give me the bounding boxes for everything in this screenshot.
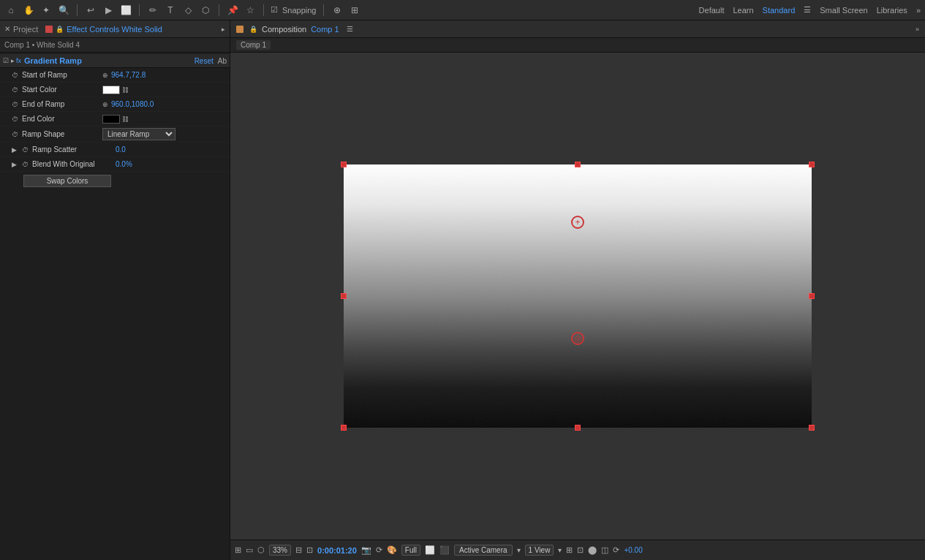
effect-ab-button[interactable]: Ab (218, 57, 227, 65)
workspace-small-screen[interactable]: Small Screen (820, 6, 867, 15)
video-icon[interactable]: ▶ (102, 4, 115, 17)
ramp-scatter-stopwatch-icon[interactable]: ⏱ (22, 146, 32, 154)
ramp-shape-stopwatch-icon[interactable]: ⏱ (12, 131, 22, 138)
preview-tool3[interactable]: ⬤ (588, 545, 597, 555)
top-toolbar: ⌂ ✋ ✦ 🔍 ↩ ▶ ⬜ ✏ T ◇ ⬡ 📌 ☆ ☑ Snapping ⊕ ⊞… (0, 0, 925, 20)
snapping-checkbox[interactable]: ☑ (271, 5, 278, 15)
handle-bottom-mid[interactable] (575, 425, 581, 431)
start-color-swatch[interactable] (102, 86, 120, 94)
ramp-scatter-value[interactable]: 0.0 (116, 145, 126, 154)
end-color-swatch[interactable] (102, 115, 120, 124)
end-ramp-marker[interactable]: ◎ (571, 332, 584, 345)
preview-snap-icon[interactable]: ⊞ (235, 545, 241, 555)
main-layout: ✕ Project 🔒 Effect Controls White Solid … (0, 20, 925, 560)
end-ramp-stopwatch-icon[interactable]: ⏱ (12, 101, 22, 108)
preview-tool1[interactable]: ⊞ (566, 545, 573, 555)
workspace-learn[interactable]: Learn (733, 6, 753, 15)
effect-fx-badge: fx (16, 57, 21, 64)
start-color-chain-icon[interactable]: ⛓ (122, 86, 129, 94)
close-project-icon[interactable]: ✕ (4, 25, 10, 33)
start-of-ramp-value[interactable]: ⊕ 964.7,72.8 (102, 71, 146, 79)
effect-reset-button[interactable]: Reset (195, 57, 214, 65)
hand-icon[interactable]: ✋ (22, 4, 35, 17)
workspace-libraries[interactable]: Libraries (877, 6, 907, 15)
comp-nav-label: Comp 1 (236, 40, 271, 50)
transform-icon[interactable]: ⬜ (119, 4, 132, 17)
effect-controls-label[interactable]: Effect Controls White Solid (67, 25, 162, 34)
end-of-ramp-row: ⏱ End of Ramp ⊕ 960.0,1080.0 (0, 97, 230, 112)
preview-color-icon[interactable]: 🎨 (387, 545, 397, 555)
grid-icon[interactable]: ⊞ (348, 4, 361, 17)
camera-snap-icon[interactable]: 📷 (361, 545, 371, 555)
blend-stopwatch-icon[interactable]: ⏱ (22, 161, 32, 168)
preview-tool2[interactable]: ⊡ (577, 545, 584, 555)
offset-display: +0.00 (624, 546, 642, 554)
start-color-stopwatch-icon[interactable]: ⏱ (12, 86, 22, 94)
shape-icon[interactable]: ◇ (181, 4, 195, 17)
blend-expand-icon[interactable]: ▶ (12, 161, 22, 168)
camera-chevron-icon[interactable]: ▾ (517, 546, 521, 554)
start-ramp-marker[interactable]: + (571, 216, 584, 229)
panel-menu-icon[interactable]: ▸ (222, 26, 225, 33)
effect-name-label: Gradient Ramp (24, 56, 82, 65)
start-ramp-stopwatch-icon[interactable]: ⏱ (12, 72, 22, 79)
blend-label: Blend With Original (32, 160, 113, 168)
handle-top-left[interactable] (341, 162, 347, 167)
move-icon[interactable]: ✦ (39, 4, 53, 17)
home-icon[interactable]: ⌂ (4, 4, 18, 17)
start-ramp-crosshair: ⊕ (102, 72, 108, 79)
sep2 (139, 4, 140, 16)
preview-3d-icon[interactable]: ⬡ (257, 545, 265, 555)
preview-icon2[interactable]: ⬛ (439, 545, 450, 555)
end-color-chain-icon[interactable]: ⛓ (122, 116, 129, 123)
workspace-more-icon[interactable]: » (916, 6, 921, 15)
comp-tab-menu-icon[interactable]: ☰ (347, 25, 353, 33)
preview-toolbar: ⊞ ▭ ⬡ 33% ⊟ ⊡ 0:00:01:20 📷 ⟳ 🎨 Full ⬜ ⬛ … (230, 540, 925, 560)
handle-mid-right[interactable] (809, 293, 815, 299)
handle-top-mid[interactable] (575, 162, 581, 167)
panel-more-icon[interactable]: » (915, 26, 919, 33)
blend-value[interactable]: 0.0% (116, 160, 132, 168)
fit-icon[interactable]: ⊟ (295, 545, 302, 555)
sep4 (263, 4, 264, 16)
view-selector[interactable]: 1 View (525, 545, 554, 556)
handle-top-right[interactable] (809, 162, 815, 167)
undo-icon[interactable]: ↩ (84, 4, 97, 17)
view-chevron-icon[interactable]: ▾ (558, 546, 562, 554)
zoom-icon[interactable]: 🔍 (57, 4, 70, 17)
end-color-stopwatch-icon[interactable]: ⏱ (12, 116, 22, 123)
ramp-shape-select[interactable]: Linear Ramp Radial Ramp (102, 128, 175, 140)
swap-colors-button[interactable]: Swap Colors (23, 175, 111, 187)
pen-icon[interactable]: ✏ (146, 4, 159, 17)
workspace-default[interactable]: Default (699, 6, 725, 15)
active-camera-selector[interactable]: Active Camera (454, 545, 513, 556)
handle-mid-left[interactable] (341, 293, 347, 299)
ramp-scatter-expand-icon[interactable]: ▶ (12, 146, 22, 154)
puppet-icon[interactable]: ☆ (243, 4, 257, 17)
workspace-settings-icon[interactable]: ☰ (804, 5, 811, 15)
zoom-selector[interactable]: 33% (269, 545, 291, 556)
resize-icon[interactable]: ⊡ (306, 545, 313, 555)
preview-tool5[interactable]: ⟳ (613, 545, 619, 555)
workspace-standard[interactable]: Standard (763, 6, 796, 15)
end-of-ramp-value[interactable]: ⊕ 960.0,1080.0 (102, 100, 154, 108)
fx-checkbox[interactable]: ☑ (3, 57, 9, 64)
mask-icon[interactable]: ⬡ (199, 4, 212, 17)
text-icon[interactable]: T (164, 4, 177, 17)
preview-timecode[interactable]: 0:00:01:20 (317, 546, 357, 555)
comp-tab-label[interactable]: Composition (262, 25, 306, 34)
start-color-label: Start Color (22, 86, 102, 94)
project-label: Project (13, 25, 38, 34)
quality-selector[interactable]: Full (401, 545, 420, 556)
pin-icon[interactable]: 📌 (226, 4, 239, 17)
preview-tool4[interactable]: ◫ (601, 545, 608, 555)
handle-bottom-left[interactable] (341, 425, 347, 431)
magnify-icon[interactable]: ⊕ (331, 4, 344, 17)
right-panel: 🔒 Composition Comp 1 ☰ » Comp 1 (230, 20, 925, 560)
effect-expand-icon[interactable]: ▸ (11, 57, 15, 64)
ramp-scatter-label: Ramp Scatter (32, 145, 113, 154)
preview-monitor-icon[interactable]: ▭ (246, 545, 253, 555)
preview-flow-icon[interactable]: ⟳ (376, 545, 382, 555)
preview-icon1[interactable]: ⬜ (425, 545, 435, 555)
handle-bottom-right[interactable] (809, 425, 815, 431)
